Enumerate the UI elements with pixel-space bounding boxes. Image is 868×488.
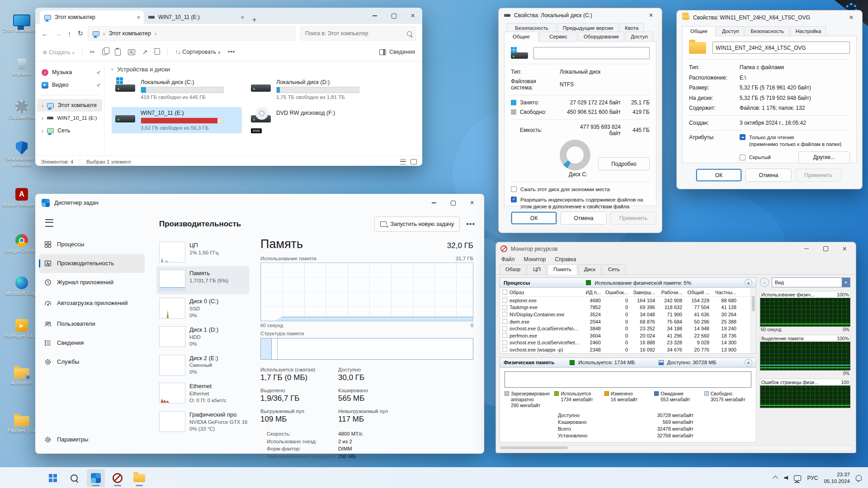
rename-icon[interactable]: A|: [128, 49, 135, 55]
sort-button[interactable]: ↑↓ Сортировать ∨: [175, 49, 221, 55]
drive-tile-d[interactable]: Локальный диск (D:) 1,75 ТБ свободно из …: [247, 76, 377, 103]
collapse-chevron-icon[interactable]: ▲: [745, 279, 752, 286]
nav-details[interactable]: Сведения: [39, 333, 145, 352]
list-view-icon[interactable]: [400, 159, 406, 164]
close-tab-icon[interactable]: ×: [137, 14, 140, 21]
forward-button[interactable]: →: [55, 30, 61, 38]
drive-tile-e-selected[interactable]: WIN7_10_11 (E:) 3,62 ГБ свободно из 56,3…: [112, 107, 242, 133]
tab-hardware[interactable]: Оборудование: [578, 32, 624, 41]
process-row[interactable]: dwm.exe 2044 0 68 876 75 684 50 296 25 3…: [500, 318, 756, 325]
details-pane-button[interactable]: Сведения: [379, 49, 415, 55]
card-ethernet[interactable]: EthernetEthernetО: 0 П: 0 кбит/с: [156, 379, 249, 408]
tab-memory[interactable]: Память: [547, 264, 577, 275]
nav-startup-apps[interactable]: Автозагрузка приложений: [39, 292, 145, 314]
tab-disk[interactable]: Диск: [578, 264, 601, 274]
nav-settings[interactable]: Параметры: [39, 430, 145, 449]
card-disk2[interactable]: Диск 2 (E:)Сменный0%: [156, 351, 249, 380]
drive-tile-c[interactable]: Локальный диск (C:) 419 ГБ свободно из 4…: [112, 76, 242, 103]
notifications-bell-icon[interactable]: [856, 475, 862, 481]
process-row[interactable]: svchost.exe (LocalServiceNet... 2460 0 1…: [500, 339, 756, 347]
tab-security[interactable]: Безопасность: [507, 23, 557, 33]
folder-name-input[interactable]: [712, 42, 850, 54]
volume-label-input[interactable]: [533, 47, 650, 59]
sidebar-item-video[interactable]: ▶Видео: [35, 79, 104, 91]
view-dropdown[interactable]: Вид▼: [772, 277, 850, 287]
network-icon[interactable]: [794, 475, 801, 481]
cut-icon[interactable]: ✂: [90, 48, 95, 56]
clock[interactable]: 23:37 05.10.2024: [824, 471, 850, 485]
minimize-button[interactable]: [365, 9, 384, 23]
sidebar-item-this-pc[interactable]: ›Этот компьюте: [37, 99, 102, 112]
card-memory-selected[interactable]: Память1,7/31,7 ГБ (5%): [156, 266, 249, 294]
tab-sharing[interactable]: Доступ: [625, 32, 653, 41]
tab-sharing[interactable]: Доступ: [717, 26, 744, 36]
process-checkbox[interactable]: [502, 298, 507, 303]
horizontal-scrollbar[interactable]: [499, 445, 853, 451]
up-button[interactable]: ↑: [68, 30, 71, 38]
close-button[interactable]: ×: [842, 11, 860, 24]
hidden-checkbox[interactable]: [740, 155, 745, 160]
sidebar-item-network[interactable]: ›Сеть: [35, 124, 104, 137]
tab-general[interactable]: Общие: [504, 32, 538, 42]
search-input[interactable]: [304, 30, 407, 37]
chevron-icon[interactable]: ›: [42, 127, 43, 134]
tab-this-pc[interactable]: Этот компьютер ×: [40, 10, 144, 24]
process-checkbox[interactable]: [502, 347, 507, 352]
process-row[interactable]: explorer.exe 4680 0 164 104 242 908 154 …: [500, 297, 756, 304]
collapse-chevron-icon[interactable]: ▲: [745, 359, 752, 366]
process-row[interactable]: svchost.exe (LocalServiceNo... 3848 0 23…: [500, 325, 756, 332]
details-button[interactable]: Подробно: [598, 157, 650, 170]
other-attributes-button[interactable]: Другие...: [798, 151, 850, 164]
ok-button[interactable]: ОК: [696, 169, 742, 182]
maximize-button[interactable]: [816, 242, 835, 256]
select-all-checkbox[interactable]: [502, 290, 507, 295]
apply-button[interactable]: Применить: [795, 169, 841, 182]
tab-overview[interactable]: Обзор: [500, 264, 526, 274]
back-button[interactable]: ←: [42, 30, 48, 38]
tab-general[interactable]: Общие: [682, 26, 716, 37]
new-button[interactable]: ⊕ Создать ∨: [42, 49, 75, 56]
process-checkbox[interactable]: [502, 319, 507, 324]
close-button[interactable]: [835, 242, 854, 256]
process-checkbox[interactable]: [502, 326, 507, 331]
menu-item[interactable]: Справка: [555, 256, 576, 263]
tab-tools[interactable]: Сервис: [539, 32, 577, 41]
drive-tile-dvd[interactable]: DVD DVD RW дисковод (F:): [247, 107, 377, 133]
cancel-button[interactable]: Отмена: [561, 211, 607, 225]
apply-button[interactable]: Применить: [610, 211, 656, 225]
process-checkbox[interactable]: [502, 340, 507, 345]
copy-icon[interactable]: [102, 49, 108, 55]
processes-section-header[interactable]: Процессы Использование физической памяти…: [500, 277, 756, 288]
thumbnail-view-icon[interactable]: [410, 159, 417, 164]
process-checkbox[interactable]: [502, 333, 507, 338]
menu-item[interactable]: Монитор: [524, 256, 546, 263]
nav-processes[interactable]: Процессы: [39, 235, 145, 254]
close-button[interactable]: ×: [642, 9, 660, 22]
tab-customize[interactable]: Настройка: [790, 26, 827, 36]
minimize-button[interactable]: [425, 196, 443, 210]
volume-icon[interactable]: [784, 476, 788, 480]
index-checkbox[interactable]: [511, 197, 517, 202]
nav-services[interactable]: Службы: [39, 352, 145, 371]
language-indicator[interactable]: РУС: [807, 475, 818, 481]
tab-cpu[interactable]: ЦП: [527, 264, 547, 274]
process-row[interactable]: NVDisplay.Container.exe 3524 0 34 048 71…: [500, 311, 756, 318]
chevron-icon[interactable]: ›: [42, 102, 43, 109]
ok-button[interactable]: ОК: [511, 211, 557, 225]
maximize-button[interactable]: [443, 196, 462, 210]
close-tab-icon[interactable]: ×: [241, 14, 244, 21]
menu-item[interactable]: Файл: [501, 256, 515, 263]
vertical-scrollbar[interactable]: [750, 288, 756, 353]
process-checkbox[interactable]: [502, 305, 507, 310]
delete-icon[interactable]: [155, 49, 160, 55]
cancel-button[interactable]: Отмена: [745, 169, 792, 182]
breadcrumb[interactable]: › Этот компьютер ›: [88, 26, 296, 41]
section-devices-and-drives[interactable]: ›Устройства и диски: [112, 66, 415, 73]
compress-checkbox[interactable]: [511, 186, 517, 192]
tray-overflow-chevron[interactable]: [773, 476, 778, 482]
refresh-button[interactable]: ↻: [78, 29, 84, 38]
menu-toggle-icon[interactable]: [45, 219, 53, 227]
tab-quota[interactable]: Квота: [619, 23, 644, 33]
nav-app-history[interactable]: Журнал приложений: [39, 273, 145, 292]
nav-performance[interactable]: Производительность: [39, 254, 145, 273]
